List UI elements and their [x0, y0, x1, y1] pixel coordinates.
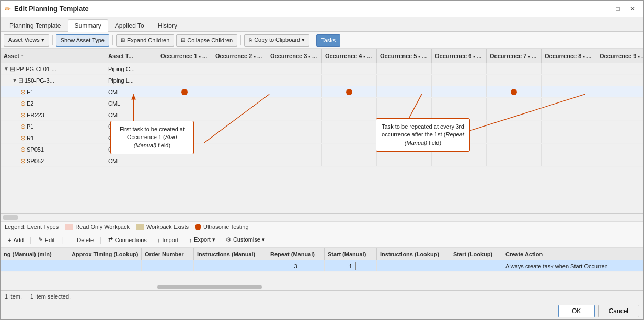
close-button[interactable]: ✕ [626, 4, 639, 14]
col-header-occ3[interactable]: Occurrence 3 - ... [267, 49, 322, 63]
delete-icon: — [69, 237, 75, 243]
title-bar-controls: — □ ✕ [596, 4, 639, 14]
ok-button[interactable]: OK [558, 305, 595, 317]
maximize-button[interactable]: □ [611, 4, 625, 14]
import-button[interactable]: ↓ Import [153, 234, 183, 246]
toolbar-sep-3 [240, 35, 241, 45]
minimize-button[interactable]: — [596, 4, 610, 14]
legend: Legend: Event Types Read Only Workpack W… [1, 221, 643, 232]
add-label: Add [13, 237, 24, 243]
grid-body: ▼ ⊟ PP-PG-CL01-... Piping C... [1, 63, 643, 213]
table-row[interactable]: ⊙ E2 CML [1, 98, 643, 109]
col-start-manual[interactable]: Start (Manual) [325, 248, 377, 260]
col-header-occ4[interactable]: Occurrence 4 - ... [322, 49, 377, 63]
selected-count: 1 item selected. [30, 293, 71, 300]
grid-header: Asset ↑ Asset T... Occurrence 1 - ... Oc… [1, 49, 643, 63]
col-timing-manual[interactable]: ng (Manual) (min) [1, 248, 68, 260]
window-icon: ✏ [5, 5, 11, 13]
legend-workpack-exists: Workpack Exists [136, 224, 189, 230]
main-content: Asset ↑ Asset T... Occurrence 1 - ... Oc… [1, 49, 643, 302]
col-instructions-lookup[interactable]: Instructions (Lookup) [377, 248, 450, 260]
cell-timing-lookup [68, 260, 142, 271]
cell-order-number [142, 260, 194, 271]
cell-start-lookup [450, 260, 502, 271]
show-asset-type-button[interactable]: Show Asset Type [56, 34, 109, 47]
list-item[interactable]: 3 1 Always create task when Start Occurr… [1, 260, 643, 272]
table-row[interactable]: ▼ ⊟ 150-PG-3... Piping L... [1, 75, 643, 86]
asset-views-button[interactable]: Asset Views ▾ [4, 34, 49, 47]
cml-icon: ⊙ [20, 88, 26, 96]
cancel-button[interactable]: Cancel [598, 305, 639, 317]
col-create-action[interactable]: Create Action [502, 248, 643, 260]
export-label: Export ▾ [194, 236, 215, 243]
bottom-h-scrollbar[interactable] [1, 283, 643, 290]
col-header-occ1[interactable]: Occurrence 1 - ... [157, 49, 212, 63]
cell-timing-manual [1, 260, 68, 271]
main-window: ✏ Edit Planning Template — □ ✕ Planning … [0, 0, 644, 320]
upper-section: Asset ↑ Asset T... Occurrence 1 - ... Oc… [1, 49, 643, 221]
copy-to-clipboard-button[interactable]: ⎘ Copy to Clipboard ▾ [244, 34, 309, 47]
customise-button[interactable]: ⚙ Customise ▾ [222, 234, 269, 246]
tab-history[interactable]: History [151, 19, 184, 31]
connections-button[interactable]: ⇄ Connections [104, 234, 151, 246]
table-row[interactable]: ⊙ ER223 CML [1, 109, 643, 121]
bottom-grid-body: 3 1 Always create task when Start Occurr… [1, 260, 643, 283]
cell-start-manual: 1 [325, 260, 377, 271]
col-instructions-manual[interactable]: Instructions (Manual) [194, 248, 267, 260]
edit-label: Edit [45, 237, 55, 243]
occurrence-dot [511, 89, 517, 95]
delete-button[interactable]: — Delete [65, 234, 98, 246]
status-bar: 1 item. 1 item selected. [1, 290, 643, 302]
table-row[interactable]: ⊙ SP052 CML [1, 155, 643, 167]
title-bar-left: ✏ Edit Planning Template [5, 5, 89, 13]
collapse-children-button[interactable]: ⊟ Collapse Children [176, 34, 237, 47]
legend-ultrasonic-circle [195, 224, 201, 230]
legend-readonly-box [65, 224, 73, 230]
expand-children-label: Expand Children [127, 37, 169, 43]
table-row[interactable]: ▼ ⊟ PP-PG-CL01-... Piping C... [1, 63, 643, 75]
customise-icon: ⚙ [226, 236, 231, 243]
collapse-icon[interactable]: ▼ [4, 66, 9, 72]
scroll-thumb[interactable] [3, 215, 18, 220]
collapse-icon[interactable]: ▼ [12, 77, 17, 83]
legend-workpack-label: Workpack Exists [146, 224, 189, 230]
table-row[interactable]: ⊙ P1 CML [1, 121, 643, 132]
cml-icon: ⊙ [20, 111, 26, 119]
legend-ultrasonic: Ultrasonic Testing [195, 224, 249, 230]
col-timing-lookup[interactable]: Approx Timing (Lookup) [68, 248, 142, 260]
upper-h-scrollbar[interactable] [1, 213, 643, 221]
tab-planning-template[interactable]: Planning Template [3, 19, 68, 31]
col-header-occ8[interactable]: Occurrence 8 - ... [542, 49, 596, 63]
col-header-occ6[interactable]: Occurrence 6 - ... [432, 49, 487, 63]
title-bar: ✏ Edit Planning Template — □ ✕ [1, 1, 643, 17]
tasks-button[interactable]: Tasks [316, 34, 340, 47]
occurrence-dot [346, 89, 352, 95]
table-row[interactable]: ⊙ E1 CML [1, 86, 643, 98]
export-button[interactable]: ↑ Export ▾ [185, 234, 220, 246]
col-header-occ9[interactable]: Occurrence 9 - ... [596, 49, 643, 63]
items-count: 1 item. [5, 293, 22, 300]
expand-children-button[interactable]: ⊞ Expand Children [116, 34, 174, 47]
expand-icon: ⊞ [121, 37, 125, 43]
start-value-badge: 1 [346, 262, 356, 270]
window-title: Edit Planning Template [14, 5, 89, 13]
toolbar-sep-1 [52, 35, 53, 45]
bottom-scroll-thumb[interactable] [157, 285, 262, 289]
table-row[interactable]: ⊙ SP051 CML [1, 144, 643, 155]
col-order-number[interactable]: Order Number [142, 248, 194, 260]
tab-summary[interactable]: Summary [68, 19, 108, 32]
bottom-toolbar: + Add | ✎ Edit | — Delete | ⇄ Connection… [1, 232, 643, 248]
add-button[interactable]: + Add [4, 234, 28, 246]
cml-icon: ⊙ [20, 146, 26, 153]
col-repeat-manual[interactable]: Repeat (Manual) [267, 248, 325, 260]
tab-applied-to[interactable]: Applied To [108, 19, 151, 31]
top-toolbar: Asset Views ▾ Show Asset Type ⊞ Expand C… [1, 32, 643, 49]
table-row[interactable]: ⊙ R1 CML [1, 132, 643, 144]
col-header-occ5[interactable]: Occurrence 5 - ... [377, 49, 432, 63]
col-header-asset[interactable]: Asset ↑ [1, 49, 105, 63]
col-header-occ7[interactable]: Occurrence 7 - ... [487, 49, 542, 63]
col-header-asset-type[interactable]: Asset T... [105, 49, 157, 63]
edit-button[interactable]: ✎ Edit [34, 234, 59, 246]
col-header-occ2[interactable]: Occurrence 2 - ... [212, 49, 267, 63]
col-start-lookup[interactable]: Start (Lookup) [450, 248, 502, 260]
